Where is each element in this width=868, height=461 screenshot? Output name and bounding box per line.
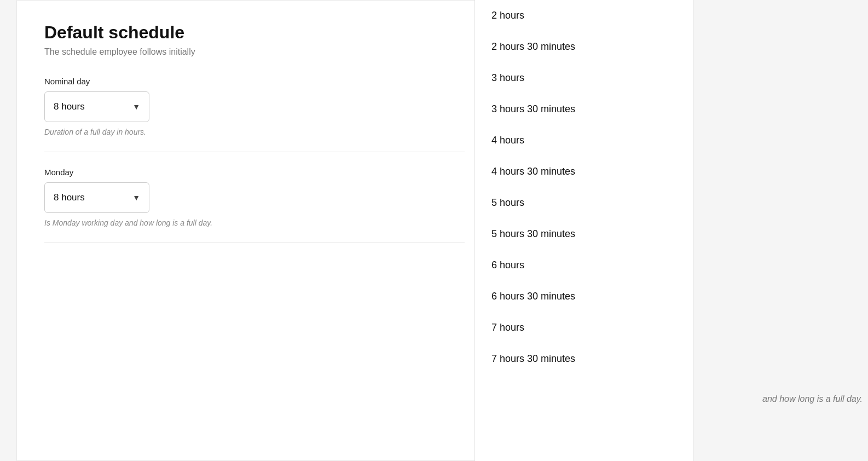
nominal-day-select[interactable]: 8 hours ▼ (44, 91, 149, 122)
nominal-day-value: 8 hours (54, 101, 85, 112)
monday-value: 8 hours (54, 192, 85, 203)
page-title: Default schedule (44, 22, 465, 43)
dropdown-item-2[interactable]: 3 hours (475, 62, 693, 94)
nominal-day-label: Nominal day (44, 77, 465, 86)
page-subtitle: The schedule employee follows initially (44, 47, 465, 57)
dropdown-item-5[interactable]: 4 hours 30 minutes (475, 156, 693, 187)
hours-dropdown[interactable]: 2 hours2 hours 30 minutes3 hours3 hours … (474, 0, 693, 461)
dropdown-item-8[interactable]: 6 hours (475, 250, 693, 281)
dropdown-item-3[interactable]: 3 hours 30 minutes (475, 94, 693, 125)
nominal-day-section: Nominal day 8 hours ▼ Duration of a full… (44, 77, 465, 136)
nominal-day-hint: Duration of a full day in hours. (44, 128, 465, 136)
dropdown-item-10[interactable]: 7 hours (475, 312, 693, 343)
monday-section: Monday 8 hours ▼ Is Monday working day a… (44, 168, 465, 227)
dropdown-item-11[interactable]: 7 hours 30 minutes (475, 343, 693, 374)
chevron-down-icon-2: ▼ (132, 193, 140, 202)
dropdown-item-4[interactable]: 4 hours (475, 125, 693, 156)
monday-select[interactable]: 8 hours ▼ (44, 182, 149, 213)
divider-1 (44, 152, 465, 152)
monday-label: Monday (44, 168, 465, 177)
dropdown-item-0[interactable]: 2 hours (475, 0, 693, 31)
dropdown-item-1[interactable]: 2 hours 30 minutes (475, 31, 693, 62)
dropdown-item-7[interactable]: 5 hours 30 minutes (475, 218, 693, 250)
dropdown-item-6[interactable]: 5 hours (475, 187, 693, 218)
chevron-down-icon: ▼ (132, 102, 140, 111)
monday-hint: Is Monday working day and how long is a … (44, 218, 465, 227)
right-panel-hint: and how long is a full day. (762, 394, 868, 404)
dropdown-item-9[interactable]: 6 hours 30 minutes (475, 281, 693, 312)
divider-2 (44, 243, 465, 243)
main-panel: Default schedule The schedule employee f… (16, 0, 493, 461)
